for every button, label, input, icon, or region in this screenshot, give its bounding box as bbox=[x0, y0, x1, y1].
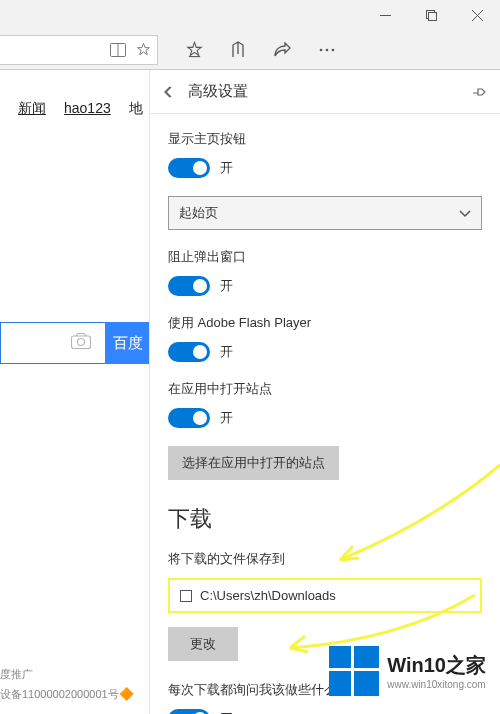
svg-point-11 bbox=[332, 48, 335, 51]
svg-rect-12 bbox=[72, 336, 91, 349]
favorites-hub-icon[interactable] bbox=[186, 41, 203, 58]
toggle-on-label: 开 bbox=[220, 343, 233, 361]
back-icon[interactable] bbox=[164, 86, 178, 98]
dropdown-value: 起始页 bbox=[179, 204, 218, 222]
download-path-box: C:\Users\zh\Downloads bbox=[168, 578, 482, 613]
search-bar: 百度 bbox=[0, 322, 150, 364]
ask-each-time-toggle[interactable] bbox=[168, 709, 210, 714]
nav-links: 新闻 hao123 地 bbox=[0, 100, 149, 118]
popup-block-toggle-row: 开 bbox=[168, 276, 482, 296]
open-in-app-toggle[interactable] bbox=[168, 408, 210, 428]
notes-icon[interactable] bbox=[231, 41, 246, 58]
panel-title: 高级设置 bbox=[188, 82, 462, 101]
flash-toggle[interactable] bbox=[168, 342, 210, 362]
save-to-label: 将下载的文件保存到 bbox=[168, 550, 482, 568]
watermark-logo-icon bbox=[329, 646, 379, 696]
svg-point-10 bbox=[326, 48, 329, 51]
watermark: Win10之家 www.win10xitong.com bbox=[329, 646, 486, 696]
startpage-dropdown[interactable]: 起始页 bbox=[168, 196, 482, 230]
footer-text: 度推广 设备11000002000001号🔶 bbox=[0, 665, 134, 704]
svg-point-9 bbox=[320, 48, 323, 51]
toggle-on-label: 开 bbox=[220, 159, 233, 177]
chevron-down-icon bbox=[459, 206, 471, 221]
home-button-toggle[interactable] bbox=[168, 158, 210, 178]
download-path: C:\Users\zh\Downloads bbox=[200, 588, 336, 603]
nav-link-news[interactable]: 新闻 bbox=[18, 100, 46, 118]
popup-block-label: 阻止弹出窗口 bbox=[168, 248, 482, 266]
badge-icon: 🔶 bbox=[119, 687, 134, 701]
nav-link-cut: 地 bbox=[129, 100, 143, 118]
panel-body: 显示主页按钮 开 起始页 阻止弹出窗口 开 使用 Adobe Flash Pla… bbox=[150, 114, 500, 714]
pin-icon[interactable] bbox=[472, 85, 486, 99]
nav-link-hao123[interactable]: hao123 bbox=[64, 100, 111, 118]
panel-header: 高级设置 bbox=[150, 70, 500, 114]
more-icon[interactable] bbox=[319, 48, 335, 52]
flash-toggle-row: 开 bbox=[168, 342, 482, 362]
popup-block-toggle[interactable] bbox=[168, 276, 210, 296]
open-in-app-label: 在应用中打开站点 bbox=[168, 380, 482, 398]
maximize-button[interactable] bbox=[408, 0, 454, 30]
choose-sites-button[interactable]: 选择在应用中打开的站点 bbox=[168, 446, 339, 480]
browser-toolbar bbox=[0, 30, 500, 70]
search-input[interactable] bbox=[0, 322, 105, 364]
page-background: 新闻 hao123 地 百度 度推广 设备11000002000001号🔶 bbox=[0, 70, 150, 714]
address-bar[interactable] bbox=[0, 35, 158, 65]
ask-each-time-toggle-row: 开 bbox=[168, 709, 482, 714]
open-in-app-toggle-row: 开 bbox=[168, 408, 482, 428]
camera-icon[interactable] bbox=[71, 333, 91, 353]
watermark-text: Win10之家 www.win10xitong.com bbox=[387, 652, 486, 690]
ad-line1: 度推广 bbox=[0, 665, 134, 684]
svg-rect-2 bbox=[428, 12, 436, 20]
home-button-label: 显示主页按钮 bbox=[168, 130, 482, 148]
toggle-on-label: 开 bbox=[220, 277, 233, 295]
window-titlebar bbox=[0, 0, 500, 30]
folder-icon bbox=[180, 590, 192, 602]
toggle-on-label: 开 bbox=[220, 409, 233, 427]
downloads-heading: 下载 bbox=[168, 504, 482, 534]
reading-view-icon[interactable] bbox=[110, 43, 126, 57]
toggle-on-label: 开 bbox=[220, 710, 233, 714]
minimize-button[interactable] bbox=[362, 0, 408, 30]
flash-label: 使用 Adobe Flash Player bbox=[168, 314, 482, 332]
favorite-star-icon[interactable] bbox=[136, 42, 151, 57]
search-button[interactable]: 百度 bbox=[105, 322, 150, 364]
home-button-toggle-row: 开 bbox=[168, 158, 482, 178]
share-icon[interactable] bbox=[274, 42, 291, 57]
watermark-url: www.win10xitong.com bbox=[387, 679, 486, 690]
ad-line2: 设备11000002000001号🔶 bbox=[0, 684, 134, 704]
svg-point-13 bbox=[78, 339, 85, 346]
toolbar-actions bbox=[186, 41, 335, 58]
settings-panel: 高级设置 显示主页按钮 开 起始页 阻止弹出窗口 开 使用 Adobe Flas… bbox=[150, 70, 500, 714]
close-button[interactable] bbox=[454, 0, 500, 30]
change-button[interactable]: 更改 bbox=[168, 627, 238, 661]
